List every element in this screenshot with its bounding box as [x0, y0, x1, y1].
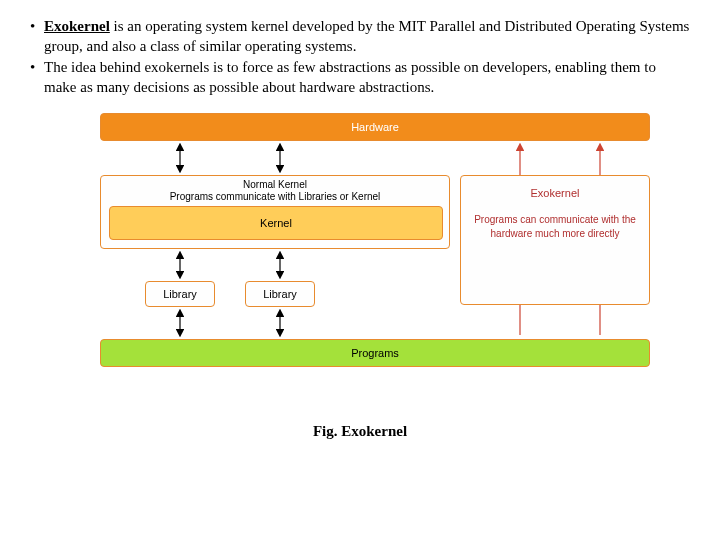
exokernel-title: Exokernel	[473, 186, 637, 201]
kernel-label: Kernel	[260, 217, 292, 229]
bullet-1: • Exokernel is an operating system kerne…	[30, 16, 690, 57]
library-1-label: Library	[163, 288, 197, 300]
figure-caption: Fig. Exokernel	[0, 423, 720, 440]
hardware-block: Hardware	[100, 113, 650, 141]
bullet-1-bold: Exokernel	[44, 18, 110, 34]
normal-kernel-subtitle: Programs communicate with Libraries or K…	[170, 191, 381, 202]
exokernel-container: Exokernel Programs can communicate with …	[460, 175, 650, 305]
intro-text: • Exokernel is an operating system kerne…	[0, 0, 720, 105]
bullet-2-text: The idea behind exokernels is to force a…	[44, 59, 656, 95]
programs-block: Programs	[100, 339, 650, 367]
normal-kernel-container: Normal Kernel Programs communicate with …	[100, 175, 450, 249]
programs-label: Programs	[351, 347, 399, 359]
normal-kernel-header: Normal Kernel Programs communicate with …	[101, 179, 449, 203]
library-block-1: Library	[145, 281, 215, 307]
kernel-block: Kernel	[109, 206, 443, 240]
exokernel-desc: Programs can communicate with the hardwa…	[473, 213, 637, 241]
library-block-2: Library	[245, 281, 315, 307]
normal-kernel-title: Normal Kernel	[243, 179, 307, 190]
bullet-2: • The idea behind exokernels is to force…	[30, 57, 690, 98]
hardware-label: Hardware	[351, 121, 399, 133]
exokernel-diagram: Hardware Normal Kernel Programs communic…	[0, 113, 720, 403]
bullet-1-text: is an operating system kernel developed …	[44, 18, 689, 54]
library-2-label: Library	[263, 288, 297, 300]
